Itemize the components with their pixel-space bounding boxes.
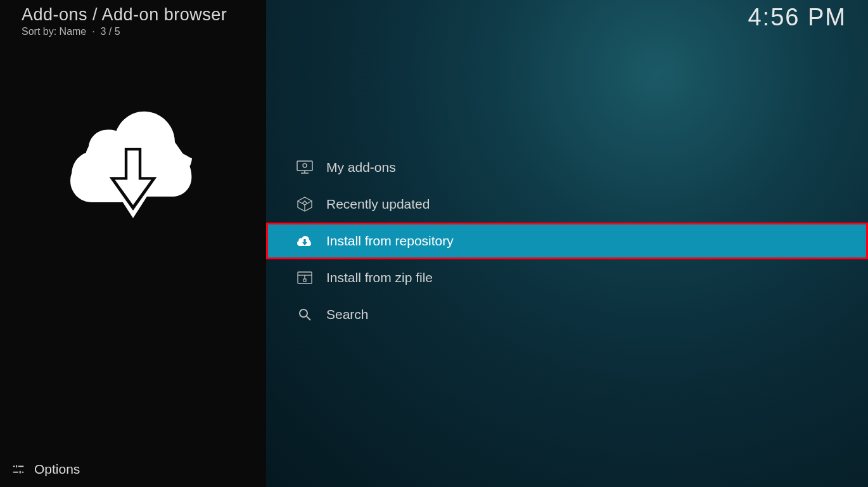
box-update-icon [296, 195, 314, 213]
svg-point-12 [303, 164, 307, 167]
monitor-icon [296, 159, 314, 176]
breadcrumb: Add-ons / Add-on browser [22, 5, 227, 25]
svg-rect-7 [127, 150, 139, 184]
menu-item-label: Install from zip file [326, 270, 433, 285]
main-panel: My add-ons Recently updated Install from… [266, 0, 868, 487]
position-label: 3 / 5 [101, 26, 120, 37]
options-button[interactable]: Options [11, 462, 80, 477]
svg-rect-9 [297, 161, 312, 171]
menu-list: My add-ons Recently updated Install from… [266, 149, 868, 333]
sort-line: Sort by: Name · 3 / 5 [22, 26, 227, 37]
search-icon [296, 306, 314, 323]
cloud-download-icon [296, 232, 314, 250]
svg-point-21 [300, 309, 307, 317]
menu-item-label: Search [326, 307, 369, 322]
svg-line-22 [307, 316, 310, 320]
menu-item-search[interactable]: Search [266, 296, 868, 333]
options-label: Options [34, 462, 80, 477]
sidebar: Options [0, 0, 266, 487]
menu-item-label: Recently updated [326, 197, 430, 212]
header: Add-ons / Add-on browser Sort by: Name ·… [22, 5, 227, 37]
menu-item-install-from-zip[interactable]: Install from zip file [266, 259, 868, 296]
sort-by-label: Sort by: Name [22, 26, 86, 37]
menu-item-label: Install from repository [326, 233, 454, 249]
svg-rect-20 [303, 279, 306, 282]
menu-item-install-from-repository[interactable]: Install from repository [266, 223, 868, 259]
cloud-download-icon [63, 101, 203, 222]
menu-item-recently-updated[interactable]: Recently updated [266, 186, 868, 223]
sliders-icon [11, 462, 25, 476]
menu-item-my-addons[interactable]: My add-ons [266, 149, 868, 186]
zip-file-icon [296, 269, 314, 287]
clock: 4:56 PM [748, 4, 846, 31]
menu-item-label: My add-ons [326, 160, 396, 175]
